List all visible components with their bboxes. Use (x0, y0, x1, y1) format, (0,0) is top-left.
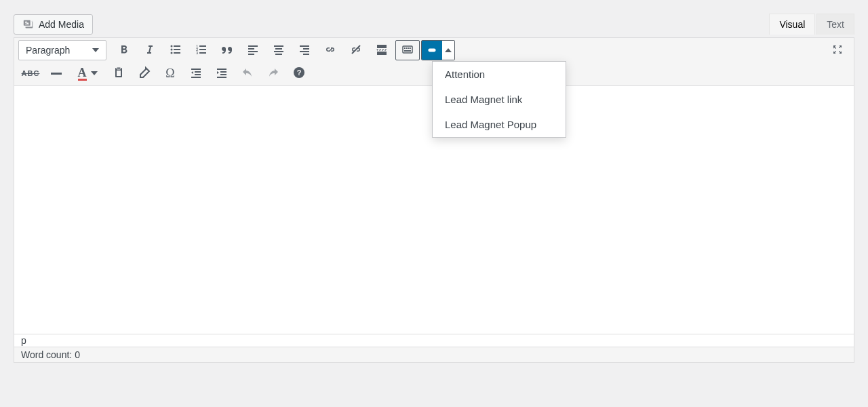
outdent-button[interactable] (184, 63, 208, 83)
svg-rect-41 (191, 77, 201, 78)
svg-rect-14 (248, 51, 258, 52)
help-button[interactable]: ? (287, 63, 311, 83)
svg-rect-19 (275, 54, 282, 55)
svg-rect-27 (377, 52, 387, 55)
italic-button[interactable] (138, 40, 162, 60)
tab-text[interactable]: Text (816, 14, 854, 35)
help-icon: ? (292, 66, 306, 81)
svg-rect-37 (117, 71, 121, 76)
svg-rect-18 (274, 51, 283, 52)
redo-icon (267, 66, 280, 81)
align-right-button[interactable] (292, 40, 317, 60)
svg-rect-42 (217, 69, 226, 70)
fullscreen-button[interactable] (825, 40, 850, 60)
clipboard-icon (112, 66, 125, 81)
toolbar-toggle-button[interactable] (395, 40, 420, 60)
bullet-list-button[interactable] (163, 40, 188, 60)
hr-icon (51, 73, 62, 75)
svg-point-0 (171, 45, 173, 47)
dropdown-item-lead-magnet-popup[interactable]: Lead Magnet Popup (433, 112, 566, 137)
svg-rect-40 (195, 74, 201, 75)
element-path[interactable]: p (14, 334, 854, 347)
strikethrough-icon: ABC (22, 69, 40, 77)
svg-rect-28 (403, 46, 412, 53)
svg-rect-7 (199, 45, 206, 47)
quote-icon (220, 43, 234, 58)
word-count: Word count: 0 (14, 347, 854, 362)
svg-rect-1 (174, 45, 180, 47)
indent-button[interactable] (210, 63, 234, 83)
svg-rect-38 (191, 69, 201, 70)
fullscreen-icon (831, 43, 844, 58)
svg-rect-36 (117, 67, 121, 69)
svg-rect-45 (217, 77, 226, 78)
text-color-icon: A (78, 66, 87, 81)
read-more-icon (375, 43, 389, 58)
special-char-button[interactable]: Ω (158, 63, 182, 83)
chevron-down-icon (92, 48, 99, 52)
shortcode-split-button[interactable] (421, 40, 455, 60)
italic-icon (143, 43, 157, 58)
horizontal-rule-button[interactable] (44, 63, 68, 83)
shortcode-icon (422, 41, 442, 60)
svg-rect-44 (220, 74, 226, 75)
svg-rect-26 (377, 50, 387, 50)
unlink-button[interactable] (344, 40, 368, 60)
chevron-up-icon (445, 48, 452, 52)
svg-rect-22 (300, 51, 309, 52)
format-select[interactable]: Paragraph (18, 40, 106, 60)
svg-rect-25 (377, 45, 387, 48)
clear-formatting-button[interactable] (132, 63, 157, 83)
strikethrough-button[interactable]: ABC (18, 63, 43, 83)
add-media-button[interactable]: Add Media (14, 14, 93, 35)
status-bar: p Word count: 0 (14, 334, 854, 362)
blockquote-button[interactable] (215, 40, 239, 60)
dropdown-item-lead-magnet-link[interactable]: Lead Magnet link (433, 87, 566, 112)
svg-point-4 (171, 52, 173, 54)
align-left-icon (246, 43, 260, 58)
svg-rect-16 (274, 45, 283, 47)
eraser-icon (138, 66, 151, 81)
svg-rect-34 (428, 49, 435, 52)
svg-rect-15 (248, 54, 254, 55)
align-center-button[interactable] (267, 40, 291, 60)
svg-rect-20 (300, 45, 309, 47)
omega-icon: Ω (165, 66, 174, 81)
add-media-label: Add Media (39, 19, 84, 30)
outdent-icon (189, 66, 203, 81)
keyboard-icon (401, 43, 414, 58)
word-count-value: 0 (75, 349, 80, 360)
svg-rect-30 (406, 47, 408, 49)
word-count-label: Word count: (21, 349, 75, 360)
media-icon (22, 18, 35, 31)
svg-rect-29 (404, 47, 406, 49)
bullet-list-icon (169, 43, 182, 58)
dropdown-arrow-button[interactable] (442, 41, 454, 60)
text-color-button[interactable]: A (70, 63, 105, 83)
dropdown-item-attention[interactable]: Attention (433, 62, 566, 87)
svg-rect-12 (248, 45, 258, 47)
bold-button[interactable] (112, 40, 136, 60)
tab-visual[interactable]: Visual (769, 14, 815, 35)
paste-text-button[interactable] (106, 63, 131, 83)
svg-point-2 (171, 48, 173, 50)
numbered-list-icon: 123 (195, 43, 208, 58)
bold-icon (117, 43, 131, 58)
svg-rect-31 (408, 47, 410, 49)
toolbar: Paragraph 123 ABC (14, 38, 854, 86)
svg-line-24 (352, 45, 360, 54)
undo-button[interactable] (235, 63, 260, 83)
svg-text:3: 3 (196, 51, 199, 55)
align-right-icon (298, 43, 311, 58)
svg-rect-13 (248, 48, 254, 50)
redo-button[interactable] (261, 63, 285, 83)
svg-rect-23 (303, 54, 309, 55)
read-more-button[interactable] (370, 40, 394, 60)
shortcode-dropdown: Attention Lead Magnet link Lead Magnet P… (432, 61, 566, 138)
editor-mode-tabs: Visual Text (768, 14, 854, 35)
align-left-button[interactable] (241, 40, 265, 60)
link-icon (323, 43, 337, 58)
chevron-down-icon (91, 71, 98, 75)
numbered-list-button[interactable]: 123 (189, 40, 214, 60)
link-button[interactable] (318, 40, 342, 60)
